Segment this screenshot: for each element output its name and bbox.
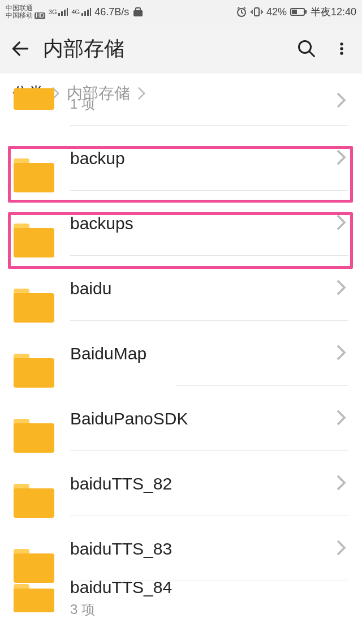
search-button[interactable] xyxy=(294,36,319,61)
chevron-right-icon xyxy=(336,539,346,559)
folder-row[interactable]: backups xyxy=(0,191,362,256)
signal-3g: 3G xyxy=(49,7,68,16)
app-bar: 内部存储 xyxy=(0,24,362,74)
chevron-right-icon xyxy=(336,474,346,493)
chevron-right-icon xyxy=(336,92,346,111)
svg-rect-6 xyxy=(305,10,307,14)
signal-4g: 4G xyxy=(71,7,91,16)
chevron-right-icon xyxy=(336,409,346,428)
svg-point-8 xyxy=(340,42,343,45)
back-button[interactable] xyxy=(8,36,33,61)
folder-name: baiduTTS_84 xyxy=(70,578,346,597)
folder-icon xyxy=(14,88,54,111)
svg-rect-5 xyxy=(292,10,297,14)
folder-name: backup xyxy=(70,149,336,168)
status-right: 42% 半夜12:40 xyxy=(236,5,356,19)
folder-row[interactable]: 1 项 xyxy=(0,92,362,126)
chevron-right-icon xyxy=(336,214,346,233)
folder-row[interactable]: BaiduPanoSDK xyxy=(0,386,362,451)
battery-pct: 42% xyxy=(266,6,287,18)
folder-name: baidu xyxy=(70,279,336,298)
folder-row[interactable]: baidu xyxy=(0,256,362,321)
chevron-right-icon xyxy=(336,149,346,168)
folder-row[interactable]: baiduTTS_82 xyxy=(0,451,362,516)
folder-name: baiduTTS_83 xyxy=(70,539,336,559)
alarm-icon xyxy=(236,6,247,18)
svg-rect-1 xyxy=(136,8,140,11)
battery-icon xyxy=(290,7,307,16)
folder-icon xyxy=(14,584,54,612)
folder-name: backups xyxy=(70,214,336,233)
page-title: 内部存储 xyxy=(43,35,284,63)
vibrate-icon xyxy=(251,6,263,18)
chevron-right-icon xyxy=(336,279,346,298)
hd-badge: HD xyxy=(35,12,45,19)
status-bar: 中国联通 中国移动 HD 3G 4G 46.7B/s 42% 半夜 xyxy=(0,0,362,24)
folder-row[interactable]: backup xyxy=(0,126,362,191)
svg-rect-3 xyxy=(255,8,259,16)
folder-subtitle: 1 项 xyxy=(70,95,336,113)
carrier-2: 中国移动 HD xyxy=(6,12,45,19)
folder-name: BaiduPanoSDK xyxy=(70,409,336,428)
folder-list[interactable]: 1 项 backup backups baidu BaiduMap BaiduP… xyxy=(0,92,362,615)
folder-subtitle: 3 项 xyxy=(70,600,346,619)
folder-row[interactable]: BaiduMap xyxy=(0,321,362,386)
folder-name: baiduTTS_82 xyxy=(70,474,336,493)
chevron-right-icon xyxy=(336,344,346,363)
briefcase-icon xyxy=(132,7,144,17)
folder-name: BaiduMap xyxy=(70,344,336,363)
svg-point-10 xyxy=(340,51,343,54)
status-left: 中国联通 中国移动 HD 3G 4G 46.7B/s xyxy=(6,5,144,19)
folder-row[interactable]: baiduTTS_84 3 项 xyxy=(0,581,362,615)
carrier-labels: 中国联通 中国移动 HD xyxy=(6,5,45,19)
clock-time: 半夜12:40 xyxy=(311,5,356,19)
net-speed: 46.7B/s xyxy=(94,6,129,18)
folder-row[interactable]: baiduTTS_83 xyxy=(0,516,362,581)
more-menu-button[interactable] xyxy=(329,36,354,61)
svg-point-9 xyxy=(340,47,343,50)
